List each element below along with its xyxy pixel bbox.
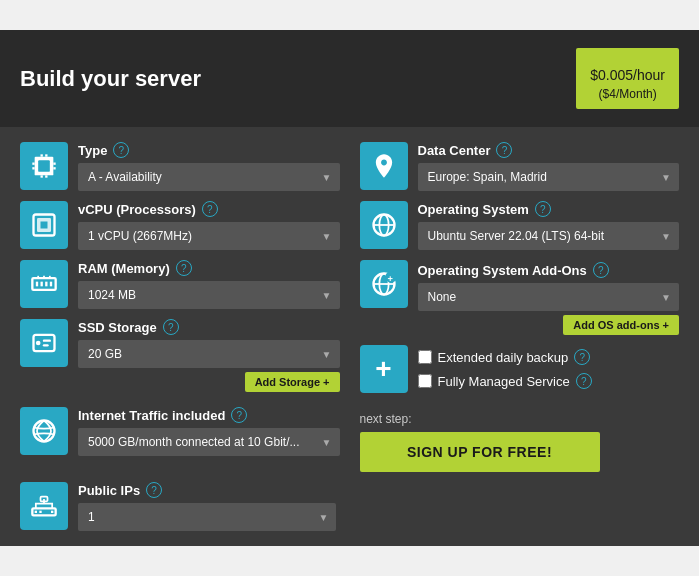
svg-rect-36	[39, 511, 41, 513]
type-label: Type	[78, 143, 107, 158]
svg-rect-2	[41, 154, 43, 156]
public-ips-section: Public IPs ? 1 2 3 ▼	[20, 482, 679, 531]
price-display: $0.005/hour	[590, 56, 665, 87]
datacenter-select[interactable]: Europe: Spain, Madrid Europe: Germany, F…	[418, 163, 680, 191]
svg-rect-15	[41, 282, 43, 287]
signup-button[interactable]: SIGN UP FOR FREE!	[360, 432, 600, 472]
os-addons-field: + Operating System Add-Ons ? None Contro…	[360, 260, 680, 335]
page-title: Build your server	[20, 66, 201, 92]
type-select[interactable]: A - Availability B - Performance	[78, 163, 340, 191]
internet-icon	[30, 417, 58, 445]
managed-service-help-icon[interactable]: ?	[576, 373, 592, 389]
os-help-icon[interactable]: ?	[535, 201, 551, 217]
extended-backup-help-icon[interactable]: ?	[574, 349, 590, 365]
internet-content: Internet Traffic included ? 5000 GB/mont…	[78, 407, 340, 456]
managed-service-checkbox[interactable]	[418, 374, 432, 388]
fields-grid: Type ? A - Availability B - Performance …	[20, 142, 679, 397]
os-label: Operating System	[418, 202, 529, 217]
vcpu-field: vCPU (Processors) ? 1 vCPU (2667MHz) 2 v…	[20, 201, 340, 250]
svg-rect-4	[41, 175, 43, 177]
svg-rect-8	[53, 163, 55, 165]
svg-rect-35	[35, 511, 37, 513]
svg-rect-7	[32, 167, 34, 169]
svg-rect-14	[36, 282, 38, 287]
svg-rect-9	[53, 167, 55, 169]
next-step-section: next step: SIGN UP FOR FREE!	[360, 412, 680, 472]
extended-backup-row: Extended daily backup ?	[418, 349, 680, 365]
cpu-icon	[30, 152, 58, 180]
main-content: Type ? A - Availability B - Performance …	[0, 127, 699, 546]
ram-select-wrapper: 1024 MB 2048 MB ▼	[78, 281, 340, 309]
svg-rect-16	[45, 282, 47, 287]
vcpu-help-icon[interactable]: ?	[202, 201, 218, 217]
os-icon-box	[360, 201, 408, 249]
ram-icon	[30, 270, 58, 298]
datacenter-field: Data Center ? Europe: Spain, Madrid Euro…	[360, 142, 680, 191]
extras-row: + Extended daily backup ? Fully Managed …	[360, 345, 680, 397]
type-field: Type ? A - Availability B - Performance …	[20, 142, 340, 191]
ssd-icon-box	[20, 319, 68, 367]
left-column: Type ? A - Availability B - Performance …	[20, 142, 340, 397]
os-content: Operating System ? Ubuntu Server 22.04 (…	[418, 201, 680, 250]
svg-point-22	[36, 341, 41, 346]
public-ips-field: Public IPs ? 1 2 3 ▼	[20, 482, 336, 531]
os-addons-select-wrapper: None Control Panel ▼	[418, 283, 680, 311]
os-select[interactable]: Ubuntu Server 22.04 (LTS) 64-bit Ubuntu …	[418, 222, 680, 250]
datacenter-content: Data Center ? Europe: Spain, Madrid Euro…	[418, 142, 680, 191]
ram-icon-box	[20, 260, 68, 308]
datacenter-help-icon[interactable]: ?	[496, 142, 512, 158]
managed-service-label: Fully Managed Service	[438, 374, 570, 389]
datacenter-select-wrapper: Europe: Spain, Madrid Europe: Germany, F…	[418, 163, 680, 191]
os-addons-content: Operating System Add-Ons ? None Control …	[418, 262, 680, 335]
header: Build your server $0.005/hour ($4/Month)	[0, 30, 699, 127]
public-ips-icon-box	[20, 482, 68, 530]
vcpu-select-wrapper: 1 vCPU (2667MHz) 2 vCPU (5334MHz) ▼	[78, 222, 340, 250]
public-ips-content: Public IPs ? 1 2 3 ▼	[78, 482, 336, 531]
svg-rect-24	[43, 344, 49, 346]
svg-rect-3	[45, 154, 47, 156]
os-addons-select[interactable]: None Control Panel	[418, 283, 680, 311]
type-help-icon[interactable]: ?	[113, 142, 129, 158]
vcpu-content: vCPU (Processors) ? 1 vCPU (2667MHz) 2 v…	[78, 201, 340, 250]
os-addons-icon: +	[370, 270, 398, 298]
datacenter-icon	[370, 152, 398, 180]
os-addons-icon-box: +	[360, 260, 408, 308]
vcpu-select[interactable]: 1 vCPU (2667MHz) 2 vCPU (5334MHz)	[78, 222, 340, 250]
internet-traffic-field: Internet Traffic included ? 5000 GB/mont…	[20, 407, 340, 472]
internet-select[interactable]: 5000 GB/month connected at 10 Gbit/...	[78, 428, 340, 456]
svg-rect-5	[45, 175, 47, 177]
ram-content: RAM (Memory) ? 1024 MB 2048 MB ▼	[78, 260, 340, 309]
ssd-field: SSD Storage ? 20 GB 40 GB ▼ Add Storage …	[20, 319, 340, 392]
extended-backup-checkbox[interactable]	[418, 350, 432, 364]
public-ips-icon	[30, 492, 58, 520]
type-content: Type ? A - Availability B - Performance …	[78, 142, 340, 191]
ssd-icon	[30, 329, 58, 357]
price-unit: /hour	[633, 67, 665, 83]
add-storage-button[interactable]: Add Storage +	[245, 372, 340, 392]
ram-field: RAM (Memory) ? 1024 MB 2048 MB ▼	[20, 260, 340, 309]
type-icon-box	[20, 142, 68, 190]
ssd-label: SSD Storage	[78, 320, 157, 335]
extras-icon-box: +	[360, 345, 408, 393]
add-os-addons-button[interactable]: Add OS add-ons +	[563, 315, 679, 335]
ram-help-icon[interactable]: ?	[176, 260, 192, 276]
os-select-wrapper: Ubuntu Server 22.04 (LTS) 64-bit Ubuntu …	[418, 222, 680, 250]
bottom-row: Internet Traffic included ? 5000 GB/mont…	[20, 407, 679, 472]
svg-rect-6	[32, 163, 34, 165]
ssd-select[interactable]: 20 GB 40 GB	[78, 340, 340, 368]
svg-rect-17	[50, 282, 52, 287]
os-addons-help-icon[interactable]: ?	[593, 262, 609, 278]
svg-rect-23	[43, 340, 51, 342]
internet-help-icon[interactable]: ?	[231, 407, 247, 423]
os-icon	[370, 211, 398, 239]
internet-label: Internet Traffic included	[78, 408, 225, 423]
public-ips-help-icon[interactable]: ?	[146, 482, 162, 498]
vcpu-label: vCPU (Processors)	[78, 202, 196, 217]
datacenter-icon-box	[360, 142, 408, 190]
ssd-select-wrapper: 20 GB 40 GB ▼	[78, 340, 340, 368]
svg-rect-1	[38, 160, 50, 172]
ssd-help-icon[interactable]: ?	[163, 319, 179, 335]
ram-label: RAM (Memory)	[78, 261, 170, 276]
public-ips-select[interactable]: 1 2 3	[78, 503, 336, 531]
ram-select[interactable]: 1024 MB 2048 MB	[78, 281, 340, 309]
